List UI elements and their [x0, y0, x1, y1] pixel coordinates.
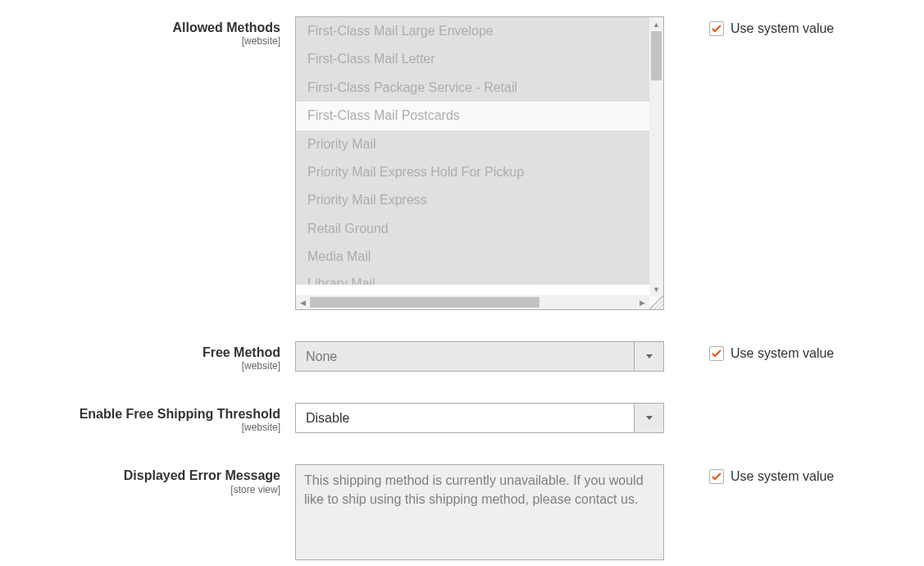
- displayed-error-message-label: Displayed Error Message: [124, 468, 280, 482]
- use-system-value-label[interactable]: Use system value: [731, 346, 834, 361]
- scope-storeview-label: [store view]: [0, 484, 280, 495]
- enable-free-shipping-threshold-select-toggle[interactable]: [634, 403, 664, 433]
- free-method-select-toggle: [634, 341, 664, 372]
- horizontal-scrollbar[interactable]: ◀ ▶: [296, 295, 649, 309]
- resize-grip-icon[interactable]: [649, 295, 663, 309]
- list-item: First-Class Package Service - Retail: [296, 74, 649, 102]
- scope-website-label: [website]: [0, 35, 280, 47]
- scroll-up-arrow-icon[interactable]: ▲: [649, 17, 663, 31]
- caret-down-icon: [646, 416, 653, 420]
- vertical-scroll-thumb[interactable]: [651, 31, 662, 80]
- caret-down-icon: [646, 354, 653, 358]
- list-item: Priority Mail: [296, 130, 649, 158]
- enable-free-shipping-threshold-select-value: Disable: [295, 403, 634, 433]
- horizontal-scroll-thumb[interactable]: [310, 297, 539, 308]
- enable-free-shipping-threshold-label: Enable Free Shipping Threshold: [80, 407, 280, 421]
- list-item: First-Class Mail Large Envelope: [296, 17, 649, 45]
- allowed-methods-multiselect: First-Class Mail Large EnvelopeFirst-Cla…: [295, 16, 664, 310]
- enable-free-shipping-threshold-select[interactable]: Disable: [295, 403, 664, 433]
- list-item: First-Class Mail Postcards: [296, 102, 649, 130]
- free-method-label: Free Method: [203, 345, 280, 359]
- scope-website-label: [website]: [0, 360, 280, 372]
- use-system-value-checkbox-allowed-methods[interactable]: [709, 21, 724, 36]
- free-method-select: None: [295, 341, 664, 372]
- vertical-scrollbar[interactable]: ▲ ▼: [649, 17, 663, 296]
- allowed-methods-label: Allowed Methods: [172, 21, 280, 34]
- use-system-value-checkbox-displayed-error-message[interactable]: [709, 469, 724, 484]
- list-item: Priority Mail Express Hold For Pickup: [296, 158, 649, 186]
- use-system-value-checkbox-free-method[interactable]: [709, 346, 724, 361]
- list-item: Retail Ground: [296, 215, 649, 243]
- scroll-down-arrow-icon[interactable]: ▼: [649, 282, 663, 296]
- scroll-right-arrow-icon[interactable]: ▶: [635, 295, 649, 309]
- free-method-select-value: None: [295, 341, 634, 372]
- list-item: First-Class Mail Letter: [296, 45, 649, 73]
- list-item: Media Mail: [296, 243, 649, 271]
- scope-website-label: [website]: [0, 422, 280, 433]
- list-item: Library Mail: [296, 272, 649, 285]
- scroll-left-arrow-icon[interactable]: ◀: [296, 295, 310, 309]
- use-system-value-label[interactable]: Use system value: [731, 469, 834, 484]
- displayed-error-message-textarea: [295, 464, 664, 560]
- use-system-value-label[interactable]: Use system value: [731, 21, 834, 36]
- list-item: Priority Mail Express: [296, 186, 649, 214]
